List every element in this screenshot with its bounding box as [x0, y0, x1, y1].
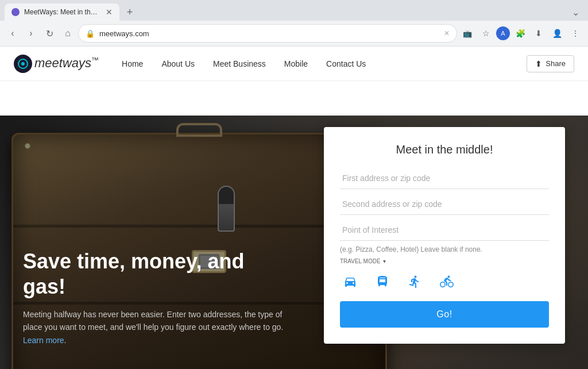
clear-url-icon[interactable]: ✕: [444, 29, 450, 37]
new-tab-button[interactable]: +: [122, 4, 138, 20]
microphone: [218, 186, 235, 232]
go-button[interactable]: Go!: [340, 301, 549, 328]
tab-bar: MeetWays: Meet in the Midd... ✕ + ⌄: [0, 0, 588, 21]
website: meetways™ Home About Us Meet Business Mo…: [0, 47, 588, 369]
suitcase-handle: [176, 123, 222, 137]
download-icon[interactable]: ⬇: [531, 25, 547, 41]
travel-mode-dropdown[interactable]: TRAVEL MODE ▾: [340, 258, 549, 264]
share-button[interactable]: ⬆ Share: [527, 55, 574, 72]
profile-icon[interactable]: A: [496, 26, 510, 40]
nav-business[interactable]: Meet Business: [213, 59, 266, 68]
bookmark-star-icon[interactable]: ☆: [478, 25, 494, 41]
tab-favicon: [11, 8, 20, 16]
share-icon: ⬆: [535, 59, 542, 68]
tab-chevron-icon[interactable]: ⌄: [567, 4, 583, 20]
url-text[interactable]: meetways.com: [99, 29, 439, 38]
lock-icon: 🔒: [86, 29, 95, 38]
home-button[interactable]: ⌂: [60, 25, 76, 41]
browser-chrome: MeetWays: Meet in the Midd... ✕ + ⌄ ‹ › …: [0, 0, 588, 47]
walk-mode-icon[interactable]: [404, 271, 425, 292]
hint-text: (e.g. Pizza, Coffee, Hotel) Leave blank …: [340, 245, 549, 253]
hero-title: Save time, money, and gas!: [23, 249, 287, 298]
widget-title: Meet in the middle!: [340, 143, 549, 156]
travel-mode-icons: [340, 271, 549, 292]
rivet: [25, 143, 30, 149]
tab-close-button[interactable]: ✕: [106, 8, 113, 16]
nav-links: Home About Us Meet Business Mobile Conta…: [122, 59, 527, 68]
hero-description: Meeting halfway has never been easier. E…: [23, 308, 287, 347]
nav-mobile[interactable]: Mobile: [284, 59, 308, 68]
bus-mode-icon[interactable]: [372, 271, 393, 292]
svg-point-1: [21, 62, 25, 66]
nav-about[interactable]: About Us: [161, 59, 195, 68]
bike-mode-icon[interactable]: [436, 271, 457, 292]
second-address-input[interactable]: [340, 194, 549, 215]
active-tab[interactable]: MeetWays: Meet in the Midd... ✕: [5, 3, 119, 21]
browser-toolbar: ‹ › ↻ ⌂ 🔒 meetways.com ✕ 📺 ☆ A 🧩 ⬇ 👤 ⋮: [0, 21, 588, 46]
logo-text: meetways™: [34, 56, 99, 71]
menu-icon[interactable]: ⋮: [567, 25, 583, 41]
mic-head: [219, 187, 234, 204]
logo-icon: [14, 55, 32, 73]
account-icon[interactable]: 👤: [549, 25, 565, 41]
car-mode-icon[interactable]: [340, 271, 361, 292]
cast-icon[interactable]: 📺: [459, 25, 475, 41]
toolbar-icons: 📺 ☆ A 🧩 ⬇ 👤 ⋮: [459, 25, 583, 41]
address-bar[interactable]: 🔒 meetways.com ✕: [78, 24, 457, 43]
first-address-input[interactable]: [340, 168, 549, 189]
logo[interactable]: meetways™: [14, 55, 99, 73]
chevron-down-icon: ▾: [383, 258, 386, 264]
nav-spacer: [0, 81, 588, 116]
back-button[interactable]: ‹: [5, 25, 21, 41]
extension-icon[interactable]: 🧩: [512, 25, 528, 41]
poi-input[interactable]: [340, 220, 549, 241]
nav-home[interactable]: Home: [122, 59, 143, 68]
hero-content: Save time, money, and gas! Meeting halfw…: [23, 249, 287, 347]
site-navigation: meetways™ Home About Us Meet Business Mo…: [0, 47, 588, 81]
hero-section: Save time, money, and gas! Meeting halfw…: [0, 116, 588, 369]
tab-title: MeetWays: Meet in the Midd...: [24, 8, 101, 16]
forward-button[interactable]: ›: [23, 25, 39, 41]
refresh-button[interactable]: ↻: [41, 25, 57, 41]
nav-contact[interactable]: Contact Us: [326, 59, 366, 68]
search-widget: Meet in the middle! (e.g. Pizza, Coffee,…: [324, 127, 565, 344]
learn-more-link[interactable]: Learn more: [23, 336, 64, 345]
